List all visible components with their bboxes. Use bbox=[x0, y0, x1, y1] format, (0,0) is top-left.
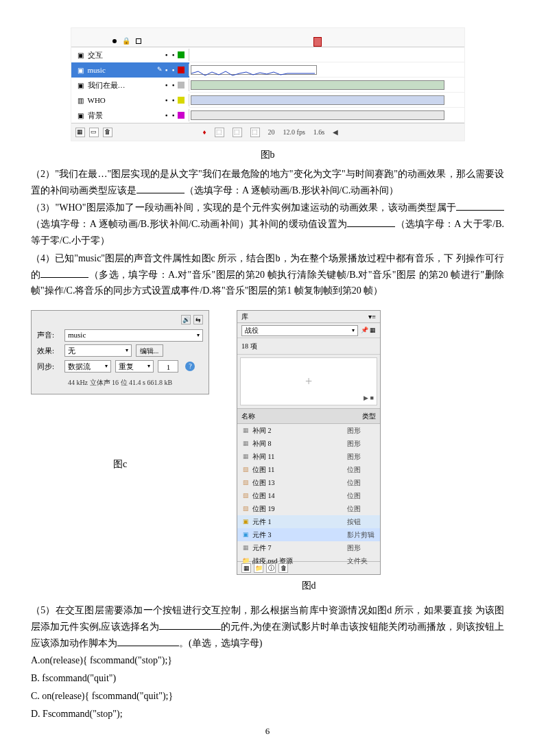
lib-item[interactable]: ▣元件 1按钮 bbox=[237, 515, 380, 528]
audio-waveform bbox=[191, 70, 315, 77]
question-5: （5）在交互图层需要添加一个按钮进行交互控制，那么根据当前库中资源情况如图d 所… bbox=[31, 602, 504, 651]
figure-c-caption: 图c bbox=[31, 456, 209, 473]
list-header: 名称 类型 bbox=[237, 408, 380, 424]
scroll-left-icon[interactable]: ◀ bbox=[333, 126, 338, 138]
graphic-icon: ▦ bbox=[241, 453, 250, 461]
lib-item[interactable]: ▧位图 11位图 bbox=[237, 463, 380, 476]
chevron-down-icon: ▾ bbox=[105, 362, 108, 371]
library-title: 库 bbox=[241, 311, 248, 322]
button-icon: ▣ bbox=[241, 518, 250, 526]
lib-item[interactable]: ▦补间 11图形 bbox=[237, 450, 380, 463]
swap-icon[interactable]: ⇆ bbox=[193, 315, 203, 324]
new-folder-button[interactable]: ▭ bbox=[89, 128, 99, 137]
delete-button[interactable]: 🗑 bbox=[278, 563, 288, 573]
visibility-icon bbox=[112, 39, 117, 43]
option-c: C. on(release){ fscommand("quit");} bbox=[31, 688, 504, 705]
layer-icon: ▥ bbox=[77, 96, 85, 104]
lib-item[interactable]: ▧位图 14位图 bbox=[237, 489, 380, 502]
page-number: 6 bbox=[0, 724, 535, 739]
help-icon[interactable]: ? bbox=[185, 362, 195, 371]
layer-row-who[interactable]: ▥ WHO •• bbox=[71, 93, 464, 108]
bitmap-icon: ▧ bbox=[241, 492, 250, 500]
question-4: （4）已知"music"图层的声音文件属性如图c 所示，结合图b，为在整个场景播… bbox=[31, 250, 504, 299]
option-b: B. fscommand("quit") bbox=[31, 670, 504, 687]
speaker-icon[interactable]: 🔊 bbox=[181, 315, 191, 324]
lib-item[interactable]: ▦补间 8图形 bbox=[237, 437, 380, 450]
layer-icon: ▣ bbox=[77, 66, 85, 74]
lib-item[interactable]: ▦补间 2图形 bbox=[237, 424, 380, 437]
library-search[interactable]: 战役▾ bbox=[241, 325, 358, 336]
lib-item[interactable]: ▧位图 19位图 bbox=[237, 502, 380, 515]
bitmap-icon: ▧ bbox=[241, 479, 250, 487]
marker-icon: ♦ bbox=[203, 126, 206, 138]
edit-frames-button[interactable]: ⬚ bbox=[250, 128, 260, 137]
play-icon[interactable]: ▶ ■ bbox=[364, 393, 374, 403]
layer-row-women[interactable]: ▣ 我们在最… •• bbox=[71, 78, 464, 93]
chevron-down-icon: ▾ bbox=[147, 362, 150, 371]
library-list: ▦补间 2图形 ▦补间 8图形 ▦补间 11图形 ▧位图 11位图 ▧位图 13… bbox=[237, 424, 380, 561]
sync-label: 同步: bbox=[37, 360, 60, 373]
question-3: （3）"WHO"图层添加了一段动画补间，实现的是个元件实例加速运动的动画效果，该… bbox=[31, 200, 504, 248]
sound-select[interactable]: music▾ bbox=[64, 329, 203, 342]
layer-icon: ▣ bbox=[77, 81, 85, 89]
chevron-down-icon: ▾ bbox=[126, 346, 128, 355]
current-frame: 20 bbox=[268, 126, 275, 138]
repeat-select[interactable]: 重复▾ bbox=[115, 360, 154, 373]
effect-select[interactable]: 无▾ bbox=[64, 344, 132, 357]
color-swatch bbox=[178, 67, 185, 73]
layer-icon: ▣ bbox=[77, 51, 85, 59]
fps-display: 12.0 fps bbox=[283, 126, 305, 138]
layer-name: 我们在最… bbox=[88, 79, 126, 92]
figure-d-caption: 图d bbox=[237, 578, 381, 594]
layer-row-jiaohu[interactable]: ▣ 交互 •• bbox=[71, 47, 464, 62]
movieclip-icon: ▣ bbox=[241, 531, 250, 539]
layer-icon: ▣ bbox=[77, 111, 85, 119]
layer-name: music bbox=[88, 64, 106, 77]
lib-item[interactable]: ▦元件 7图形 bbox=[237, 541, 380, 554]
item-count: 18 项 bbox=[237, 338, 380, 355]
layer-name: 背景 bbox=[88, 109, 103, 122]
chevron-down-icon: ▾ bbox=[352, 326, 355, 335]
time-display: 1.6s bbox=[313, 126, 324, 138]
layer-name: WHO bbox=[88, 94, 106, 107]
pencil-icon: ✎ bbox=[157, 64, 163, 75]
sync-select[interactable]: 数据流▾ bbox=[64, 360, 111, 373]
library-panel: 库 ▾≡ 战役▾ 📌 ▦ 18 项 + ▶ ■ 名称 类型 ▦补间 2图形 bbox=[237, 310, 381, 575]
figure-b-timeline-panel: 🔒 1 5 10 15 20 25 30 35 40 ▣ 交互 •• ▣ bbox=[71, 27, 465, 141]
layer-row-music[interactable]: ▣ music ✎ •• bbox=[71, 62, 464, 78]
color-swatch bbox=[178, 51, 185, 58]
new-symbol-button[interactable]: ▦ bbox=[241, 563, 251, 573]
edit-button[interactable]: 编辑... bbox=[136, 344, 163, 357]
bitmap-icon: ▧ bbox=[241, 505, 250, 513]
lib-item[interactable]: ▣元件 3影片剪辑 bbox=[237, 528, 380, 541]
new-folder-button[interactable]: 📁 bbox=[254, 563, 263, 573]
outline-icon bbox=[136, 38, 141, 44]
question-2: （2）"我们在最…"图层实现的是从文字"我们在最危险的地方"变化为文字"与时间赛… bbox=[31, 166, 504, 199]
properties-button[interactable]: ⓘ bbox=[266, 563, 276, 573]
sound-properties-panel: 🔊 ⇆ 声音: music▾ 效果: 无▾ 编辑... 同步: bbox=[31, 310, 209, 394]
library-preview: + ▶ ■ bbox=[240, 357, 377, 405]
pin-icon[interactable]: 📌 bbox=[361, 325, 368, 335]
panel-menu-icon[interactable]: ▾≡ bbox=[368, 311, 376, 322]
effect-label: 效果: bbox=[37, 344, 60, 357]
chevron-down-icon: ▾ bbox=[197, 331, 200, 340]
new-lib-icon[interactable]: ▦ bbox=[370, 325, 376, 335]
lib-item[interactable]: ▧位图 13位图 bbox=[237, 476, 380, 489]
graphic-icon: ▦ bbox=[241, 440, 250, 448]
onion-skin-button[interactable]: ⬚ bbox=[215, 128, 224, 137]
lock-icon: 🔒 bbox=[122, 35, 130, 47]
delete-layer-button[interactable]: 🗑 bbox=[103, 128, 112, 137]
onion-outline-button[interactable]: ⬚ bbox=[233, 128, 242, 137]
layer-name: 交互 bbox=[88, 49, 103, 62]
repeat-count[interactable]: 1 bbox=[158, 360, 178, 373]
option-a: A.on(release){ fscommand("stop");} bbox=[31, 652, 504, 669]
color-swatch bbox=[178, 97, 185, 104]
option-d: D. Fscommand("stop"); bbox=[31, 706, 504, 722]
timeline-footer: ▦ ▭ 🗑 ♦ ⬚ ⬚ ⬚ 20 12.0 fps 1.6s ◀ bbox=[71, 123, 464, 141]
graphic-icon: ▦ bbox=[241, 427, 250, 435]
color-swatch bbox=[178, 112, 185, 119]
layer-row-beijing[interactable]: ▣ 背景 •• bbox=[71, 108, 464, 123]
new-layer-button[interactable]: ▦ bbox=[75, 128, 85, 137]
timeline-header: 🔒 1 5 10 15 20 25 30 35 40 bbox=[71, 28, 464, 47]
figure-b-caption: 图b bbox=[31, 147, 504, 163]
